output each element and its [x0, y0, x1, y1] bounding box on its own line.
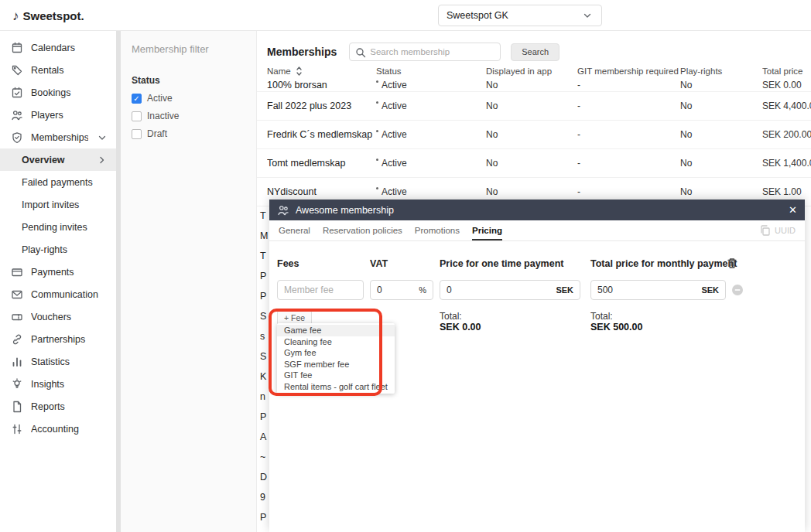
filter-option-inactive[interactable]: Inactive: [132, 111, 245, 121]
fees-column-header: Fees: [277, 258, 299, 269]
sidebar-item-memberships[interactable]: Memberships: [0, 126, 116, 148]
one-time-column-header: Price for one time payment: [440, 258, 563, 269]
tab-pricing[interactable]: Pricing: [472, 220, 502, 240]
filter-option-label: Inactive: [147, 111, 179, 121]
filter-option-label: Draft: [147, 128, 167, 139]
sidebar-item-statistics[interactable]: Statistics: [0, 350, 116, 373]
fee-option-sgf-member-fee[interactable]: SGF member fee: [277, 359, 395, 370]
status-cell: Active: [376, 158, 486, 169]
play-rights-cell: No: [680, 186, 762, 197]
sidebar-subitem-failed-payments[interactable]: Failed payments: [0, 171, 116, 193]
sidebar-item-label: Rentals: [31, 65, 108, 76]
sek-suffix: SEK: [701, 285, 719, 295]
sidebar-item-rentals[interactable]: Rentals: [0, 59, 116, 81]
sliders-icon: [11, 423, 23, 435]
close-icon[interactable]: ✕: [789, 204, 797, 216]
remove-row-button[interactable]: [731, 284, 744, 296]
monthly-column-header: Total price for monthly payment: [590, 258, 737, 269]
search-input[interactable]: [349, 43, 501, 61]
fee-option-game-fee[interactable]: Game fee: [277, 325, 395, 336]
table-row[interactable]: 100% brorsan Active No - No SEK 0.00: [257, 79, 811, 92]
column-header-displayed: Displayed in app: [486, 66, 577, 76]
column-header-play-rights: Play-rights: [680, 66, 762, 76]
table-header: Name Status Displayed in app GIT members…: [257, 63, 811, 79]
sidebar-item-vouchers[interactable]: Vouchers: [0, 305, 116, 328]
uuid-button[interactable]: UUID: [759, 224, 796, 237]
monthly-price-input[interactable]: [597, 285, 696, 295]
sidebar-item-players[interactable]: Players: [0, 104, 116, 126]
checkbox-checked-icon[interactable]: ✓: [132, 94, 142, 104]
checkbox-unchecked-icon[interactable]: [132, 129, 142, 139]
vat-input[interactable]: [377, 285, 414, 295]
sidebar-item-label: Reports: [31, 401, 108, 412]
status-cell: Active: [376, 101, 486, 111]
table-row[interactable]: Fall 2022 plus 2023 Active No - No SEK 4…: [257, 92, 811, 121]
one-time-price-input[interactable]: [447, 285, 551, 295]
sidebar-subitem-pending-invites[interactable]: Pending invites: [0, 216, 116, 238]
play-rights-cell: No: [680, 158, 762, 169]
sidebar-subitem-overview[interactable]: Overview: [0, 148, 116, 171]
total-price-cell: SEK 1,400.00: [762, 158, 811, 169]
filter-option-draft[interactable]: Draft: [132, 128, 245, 139]
one-time-total-label: Total:: [440, 311, 462, 322]
status-dot: [376, 101, 378, 104]
membership-name: 100% brorsan: [267, 80, 376, 90]
status-cell: Active: [376, 186, 486, 197]
search-box: [349, 43, 501, 61]
sidebar-item-accounting[interactable]: Accounting: [0, 418, 116, 440]
search-button[interactable]: Search: [511, 43, 559, 61]
tab-reservation-policies[interactable]: Reservation policies: [323, 220, 402, 240]
column-header-name[interactable]: Name: [267, 65, 376, 77]
sweetspot-logo-icon: ♪: [12, 9, 19, 22]
sidebar-subitem-play-rights[interactable]: Play-rights: [0, 238, 116, 261]
sidebar-item-partnerships[interactable]: Partnerships: [0, 328, 116, 350]
play-rights-cell: No: [680, 80, 762, 90]
sidebar-item-communication[interactable]: Communication: [0, 283, 116, 305]
displayed-cell: No: [486, 101, 577, 111]
tab-promotions[interactable]: Promotions: [415, 220, 460, 240]
total-price-cell: SEK 200.00: [762, 129, 811, 140]
table-row[interactable]: Fredrik C´s medlemskap Active No - No SE…: [257, 121, 811, 149]
status-dot: [376, 80, 378, 83]
sidebar-item-label: Accounting: [31, 424, 108, 435]
page-title: Memberships: [267, 46, 337, 58]
fee-option-git-fee[interactable]: GIT fee: [277, 370, 395, 381]
sidebar-item-reports[interactable]: Reports: [0, 395, 116, 418]
calendar-icon: [11, 42, 23, 54]
fee-name-field: [277, 280, 364, 300]
sidebar-item-bookings[interactable]: Bookings: [0, 81, 116, 104]
percent-suffix: %: [419, 285, 426, 295]
fee-option-cleaning-fee[interactable]: Cleaning fee: [277, 336, 395, 348]
sort-icon[interactable]: [293, 65, 306, 77]
sidebar-subitem-import-invites[interactable]: Import invites: [0, 193, 116, 216]
fee-name-input[interactable]: [284, 285, 357, 295]
ticket-icon: [11, 311, 23, 323]
total-price-cell: SEK 0.00: [762, 80, 811, 90]
bookings-icon: [11, 87, 23, 99]
fee-option-gym-fee[interactable]: Gym fee: [277, 347, 395, 359]
sidebar-item-payments[interactable]: Payments: [0, 261, 116, 283]
minus-circle-icon: [731, 284, 744, 296]
sidebar-item-insights[interactable]: Insights: [0, 373, 116, 395]
sek-suffix: SEK: [556, 285, 573, 295]
displayed-cell: No: [486, 186, 577, 197]
status-cell: Active: [376, 129, 486, 140]
bar-chart-icon: [11, 356, 23, 368]
sidebar-item-calendars[interactable]: Calendars: [0, 36, 116, 59]
displayed-cell: No: [486, 80, 577, 90]
checkbox-unchecked-icon[interactable]: [132, 111, 142, 121]
membership-name: Fall 2022 plus 2023: [267, 101, 376, 111]
sidebar-item-label: Payments: [31, 267, 108, 278]
filter-option-label: Active: [147, 93, 173, 104]
sidebar-subitem-label: Overview: [22, 155, 65, 165]
tab-general[interactable]: General: [279, 220, 310, 240]
git-cell: -: [577, 129, 680, 140]
fee-option-rental-items[interactable]: Rental items - golf cart fleet: [277, 381, 395, 393]
document-icon: [11, 401, 23, 413]
filter-option-active[interactable]: ✓ Active: [132, 93, 245, 104]
membership-name: Tomt medlemskap: [267, 158, 376, 169]
sidebar-item-label: Communication: [31, 289, 108, 300]
table-row[interactable]: Tomt medlemskap Active No - No SEK 1,400…: [257, 149, 811, 178]
club-selector[interactable]: Sweetspot GK: [438, 5, 602, 26]
delete-fee-row-button[interactable]: [724, 255, 740, 271]
